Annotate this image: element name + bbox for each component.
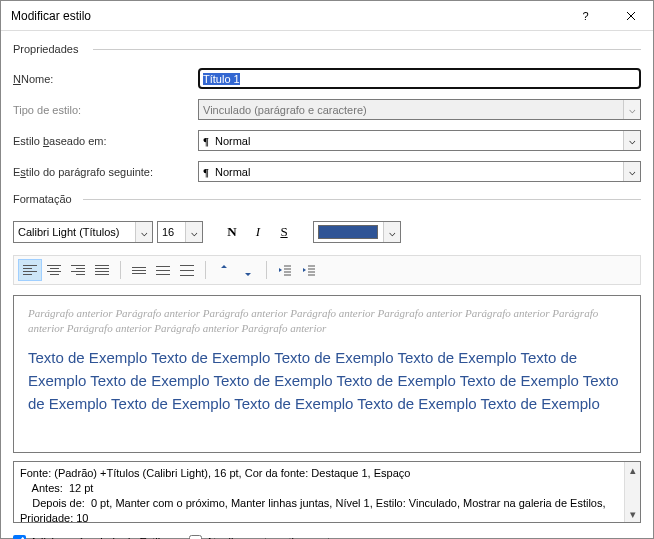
line-spacing-1-button[interactable] <box>127 259 151 281</box>
indent-increase-button[interactable] <box>297 259 321 281</box>
auto-update-checkbox[interactable]: Atualizar automaticamente <box>189 535 336 539</box>
line-spacing-15-button[interactable] <box>151 259 175 281</box>
preview-previous-paragraph: Parágrafo anterior Parágrafo anterior Pa… <box>28 306 626 336</box>
preview-sample-text: Texto de Exemplo Texto de Exemplo Texto … <box>28 346 626 416</box>
chevron-down-icon[interactable]: ⌵ <box>623 131 640 150</box>
align-center-button[interactable] <box>42 259 66 281</box>
align-justify-button[interactable] <box>90 259 114 281</box>
font-family-select[interactable]: Calibri Light (Títulos) ⌵ <box>13 221 153 243</box>
space-after-icon <box>241 263 255 277</box>
scroll-down-icon[interactable]: ▾ <box>625 506 640 522</box>
close-icon <box>626 11 636 21</box>
space-before-icon <box>217 263 231 277</box>
following-value: Normal <box>215 166 250 178</box>
scroll-up-icon[interactable]: ▴ <box>625 462 640 478</box>
paragraph-toolbar <box>13 255 641 285</box>
indent-inc-icon <box>302 263 316 277</box>
modify-style-dialog: Modificar estilo ? Propriedades NNome: T… <box>0 0 654 539</box>
name-label: NNome: <box>13 73 198 85</box>
align-left-button[interactable] <box>18 259 42 281</box>
help-button[interactable]: ? <box>563 1 608 31</box>
font-size-select[interactable]: 16 ⌵ <box>157 221 203 243</box>
chevron-down-icon[interactable]: ⌵ <box>135 222 152 242</box>
preview-pane: Parágrafo anterior Parágrafo anterior Pa… <box>13 295 641 453</box>
indent-dec-icon <box>278 263 292 277</box>
style-type-value: Vinculado (parágrafo e caractere) <box>203 104 367 116</box>
name-input[interactable] <box>198 68 641 89</box>
following-select[interactable]: ¶Normal ⌵ <box>198 161 641 182</box>
font-color-select[interactable]: ⌵ <box>313 221 401 243</box>
chevron-down-icon[interactable]: ⌵ <box>623 162 640 181</box>
based-on-select[interactable]: ¶Normal ⌵ <box>198 130 641 151</box>
desc-line: Antes: 12 pt <box>20 481 634 496</box>
chevron-down-icon: ⌵ <box>623 100 640 119</box>
font-size-value: 16 <box>162 226 174 238</box>
formatting-legend: Formatação <box>13 193 641 205</box>
desc-line: Fonte: (Padrão) +Títulos (Calibri Light)… <box>20 466 634 481</box>
italic-button[interactable]: I <box>247 221 269 243</box>
following-label: Estilo do parágrafo seguinte: <box>13 166 198 178</box>
font-family-value: Calibri Light (Títulos) <box>18 226 119 238</box>
chevron-down-icon[interactable]: ⌵ <box>383 222 400 242</box>
based-on-value: Normal <box>215 135 250 147</box>
space-before-inc-button[interactable] <box>212 259 236 281</box>
properties-legend: Propriedades <box>13 43 641 55</box>
indent-decrease-button[interactable] <box>273 259 297 281</box>
desc-line: Depois de: 0 pt, Manter com o próximo, M… <box>20 496 634 526</box>
titlebar: Modificar estilo ? <box>1 1 653 31</box>
style-description: Fonte: (Padrão) +Títulos (Calibri Light)… <box>13 461 641 523</box>
underline-button[interactable]: S <box>273 221 295 243</box>
line-spacing-2-button[interactable] <box>175 259 199 281</box>
dialog-title: Modificar estilo <box>11 9 563 23</box>
align-right-button[interactable] <box>66 259 90 281</box>
close-button[interactable] <box>608 1 653 31</box>
add-to-gallery-checkbox[interactable]: Adicionar à galeria de Estilos <box>13 535 172 539</box>
color-swatch <box>318 225 378 239</box>
space-before-dec-button[interactable] <box>236 259 260 281</box>
scrollbar[interactable]: ▴ ▾ <box>624 462 640 522</box>
bold-button[interactable]: N <box>221 221 243 243</box>
style-type-select: Vinculado (parágrafo e caractere) ⌵ <box>198 99 641 120</box>
chevron-down-icon[interactable]: ⌵ <box>185 222 202 242</box>
based-on-label: Estilo baseado em: <box>13 135 198 147</box>
type-label: Tipo de estilo: <box>13 104 198 116</box>
